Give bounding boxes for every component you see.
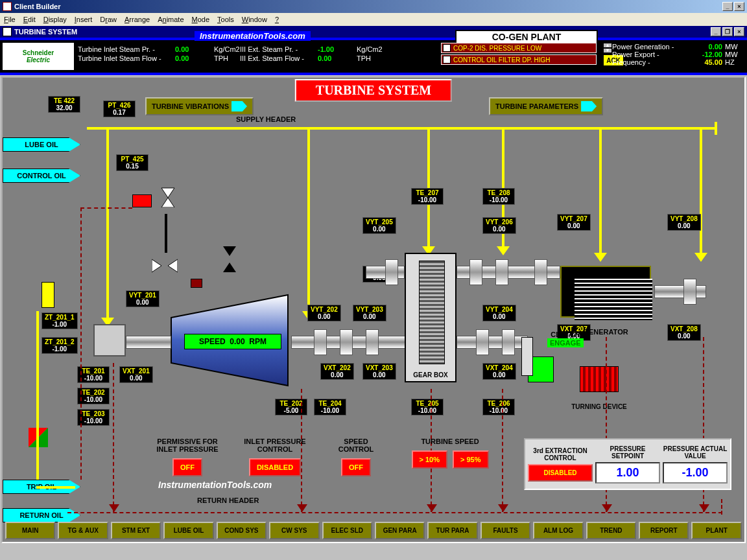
svg-marker-5 — [223, 262, 236, 272]
valve-2 — [152, 253, 178, 279]
alarm-row-1[interactable]: COP-2 DIS. PRESSURE LOW — [441, 43, 597, 53]
valve-1 — [158, 181, 178, 207]
tag-vxt202: VXT_2020.00 — [320, 363, 354, 380]
menu-draw[interactable]: Draw — [100, 16, 117, 23]
mimic-canvas: TURBINE SYSTEM TURBINE VIBRATIONS TURBIN… — [1, 76, 746, 543]
nav-trend[interactable]: TREND — [586, 522, 636, 539]
coupling-gb-3 — [495, 259, 508, 285]
doc-close-button[interactable]: × — [734, 27, 744, 36]
doc-title: TURBINE SYSTEM — [14, 28, 77, 36]
svg-marker-4 — [223, 246, 236, 256]
turbine-readings-right: III Ext. Steam Pr. --1.00Kg/Cm2 III Ext.… — [240, 45, 396, 64]
permissive-button[interactable]: OFF — [172, 458, 202, 476]
plant-label: CO-GEN PLANT — [455, 30, 598, 44]
tag-pt425: PT_4250.15 — [116, 154, 148, 171]
menu-tools[interactable]: Tools — [217, 16, 234, 23]
nav-main[interactable]: MAIN — [5, 522, 55, 539]
valve-red-2 — [191, 279, 202, 288]
coupling-4 — [366, 329, 379, 355]
supply-header-label: SUPPLY HEADER — [236, 115, 296, 123]
doc-icon — [3, 27, 12, 36]
turbine-speed-95-button[interactable]: > 95% — [453, 450, 489, 469]
menu-edit[interactable]: Edit — [23, 16, 36, 23]
menu-help[interactable]: ? — [275, 16, 279, 23]
nav-faults[interactable]: FAULTS — [480, 522, 530, 539]
shaft-gen-out — [654, 285, 706, 298]
arrow-icon — [581, 101, 597, 111]
close-button[interactable]: × — [734, 2, 744, 11]
alarm-checkbox-1[interactable] — [443, 44, 451, 52]
alarm-checkbox-2[interactable] — [443, 56, 451, 64]
pressure-actual-value: -1.00 — [663, 462, 728, 484]
coupling-gb-1 — [385, 259, 398, 285]
coupling-low-2 — [502, 329, 515, 355]
tag-vyt208: VYT_2080.00 — [667, 214, 701, 231]
doc-minimize-button[interactable]: _ — [711, 27, 721, 36]
nav-report[interactable]: REPORT — [639, 522, 689, 539]
alarm-scroll[interactable]: ▲▼ — [603, 43, 612, 53]
speed-control-button[interactable]: OFF — [341, 458, 371, 476]
turbine-parameters-button[interactable]: TURBINE PARAMETERS — [489, 97, 603, 115]
clutch: CLUTCH ENGAGE — [547, 331, 584, 347]
tag-te203: TE_203-10.00 — [77, 409, 110, 426]
app-titlebar: Client Builder _ × — [0, 0, 747, 13]
alarm-row-2[interactable]: CONTROL OIL FILTER DP. HIGH — [441, 54, 597, 65]
tag-vyt201: VYT_2010.00 — [126, 290, 160, 307]
tag-pt426: PT_4260.17 — [103, 100, 136, 117]
gearbox: GEAR BOX — [405, 253, 456, 382]
extraction-panel: 3rd EXTRACTION CONTROL DISABLED PRESSURE… — [524, 438, 731, 490]
menu-display[interactable]: Display — [43, 16, 67, 23]
menu-window[interactable]: Window — [242, 16, 267, 23]
nav-alm-log[interactable]: ALM LOG — [533, 522, 583, 539]
arrow-icon — [231, 101, 247, 111]
svg-marker-0 — [161, 188, 174, 198]
minimize-button[interactable]: _ — [722, 2, 733, 11]
nav-gen-para[interactable]: GEN PARA — [375, 522, 425, 539]
power-readings: Power Generation -0.00MW Power Export --… — [612, 43, 742, 66]
nav-plant[interactable]: PLANT — [691, 522, 741, 539]
inlet-pressure-button[interactable]: DISABLED — [249, 458, 301, 476]
nav-stm-ext[interactable]: STM EXT — [111, 522, 161, 539]
permissive-control: PERMISSIVE FOR INLET PRESSURE OFF — [148, 438, 226, 476]
svg-marker-1 — [161, 198, 174, 207]
menu-mode[interactable]: Mode — [192, 16, 210, 23]
tag-te205: TE_205-10.00 — [411, 399, 444, 415]
menu-animate[interactable]: Animate — [158, 16, 184, 23]
tag-te201: TE_201-10.00 — [77, 366, 110, 383]
menu-arrange[interactable]: Arrange — [124, 16, 150, 23]
nav-lube-oil[interactable]: LUBE OIL — [163, 522, 213, 539]
extraction-disable-button[interactable]: DISABLED — [528, 464, 593, 482]
tag-zt2012: ZT_201_2-1.00 — [42, 337, 78, 354]
turbine-vibrations-button[interactable]: TURBINE VIBRATIONS — [145, 97, 254, 115]
svg-marker-3 — [168, 259, 178, 272]
doc-restore-button[interactable]: ❐ — [722, 27, 733, 36]
pressure-setpoint-value[interactable]: 1.00 — [595, 462, 660, 484]
inlet-pressure-control: INLET PRESSURE CONTROL DISABLED — [236, 438, 314, 476]
turbine-speed-10-button[interactable]: > 10% — [412, 450, 448, 469]
actuator-box — [42, 282, 54, 308]
coupling-3 — [340, 329, 353, 355]
valve-red — [132, 194, 152, 207]
menu-file[interactable]: File — [4, 16, 16, 23]
turbine-readings-left: Turbine Inlet Steam Pr. -0.00Kg/Cm2 Turb… — [78, 45, 253, 64]
tag-te207: TE_207-10.00 — [411, 188, 444, 205]
coupling-low-1 — [476, 329, 489, 355]
app-title: Client Builder — [14, 3, 61, 10]
speed-control: SPEED CONTROL OFF — [324, 438, 388, 476]
header-link: InstrumentationTools.com — [195, 31, 311, 41]
menubar: File Edit Display Insert Draw Arrange An… — [0, 13, 747, 26]
nav-cond-sys[interactable]: COND SYS — [217, 522, 267, 539]
nav-tur-para[interactable]: TUR PARA — [427, 522, 477, 539]
nav-cw-sys[interactable]: CW SYS — [269, 522, 319, 539]
nav-elec-sld[interactable]: ELEC SLD — [322, 522, 372, 539]
nav-tg-aux[interactable]: TG & AUX — [58, 522, 108, 539]
tag-te206: TE_206-10.00 — [482, 399, 515, 415]
header-panel: Schneider Electric Turbine Inlet Steam P… — [0, 40, 747, 73]
menu-insert[interactable]: Insert — [75, 16, 93, 23]
coupling-2 — [314, 329, 327, 355]
lube-oil-arrow: LUBE OIL — [3, 137, 80, 152]
tag-te204: TE_204-10.00 — [314, 399, 346, 415]
tag-vxt208: VXT_2080.00 — [667, 324, 701, 341]
tag-te422: TE 42232.00 — [48, 96, 80, 113]
tag-vyt207: VYT_2070.00 — [557, 214, 591, 231]
